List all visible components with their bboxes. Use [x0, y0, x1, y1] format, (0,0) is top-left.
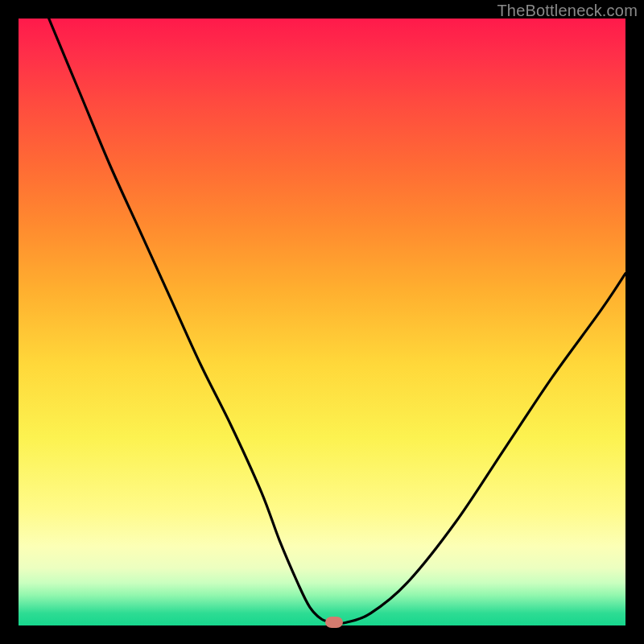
- watermark-text: TheBottleneck.com: [497, 2, 638, 20]
- optimum-marker: [325, 617, 343, 628]
- chart-frame: TheBottleneck.com: [0, 0, 644, 644]
- bottleneck-curve: [19, 19, 625, 625]
- plot-area: [19, 19, 625, 625]
